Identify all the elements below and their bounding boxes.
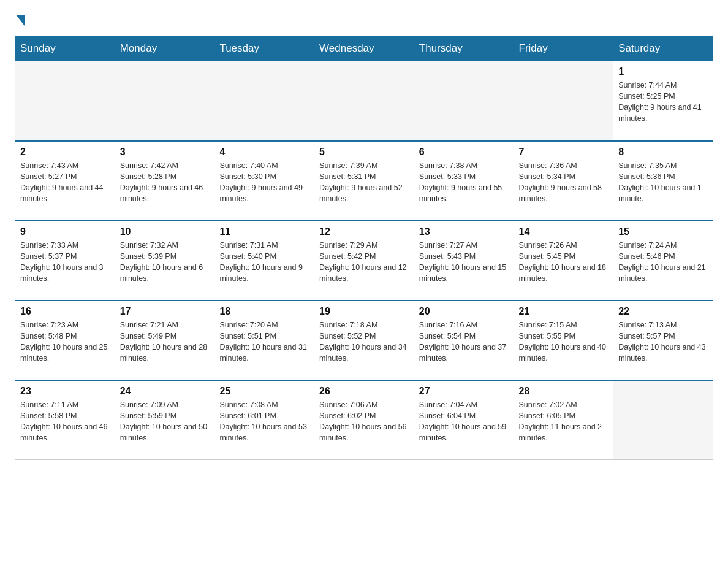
day-number: 6 bbox=[419, 147, 509, 158]
day-info: Sunrise: 7:15 AM Sunset: 5:55 PM Dayligh… bbox=[519, 320, 609, 364]
day-number: 4 bbox=[219, 147, 309, 158]
calendar-day-cell: 11Sunrise: 7:31 AM Sunset: 5:40 PM Dayli… bbox=[214, 221, 314, 301]
day-info: Sunrise: 7:26 AM Sunset: 5:45 PM Dayligh… bbox=[519, 240, 609, 285]
day-number: 16 bbox=[20, 306, 110, 317]
calendar-day-cell: 23Sunrise: 7:11 AM Sunset: 5:58 PM Dayli… bbox=[15, 380, 115, 460]
day-number: 19 bbox=[319, 306, 409, 317]
calendar-header-row: SundayMondayTuesdayWednesdayThursdayFrid… bbox=[15, 36, 713, 61]
day-info: Sunrise: 7:23 AM Sunset: 5:48 PM Dayligh… bbox=[20, 320, 110, 364]
day-number: 15 bbox=[618, 226, 708, 237]
calendar-day-cell: 22Sunrise: 7:13 AM Sunset: 5:57 PM Dayli… bbox=[613, 301, 713, 380]
day-info: Sunrise: 7:21 AM Sunset: 5:49 PM Dayligh… bbox=[120, 320, 210, 364]
day-info: Sunrise: 7:29 AM Sunset: 5:42 PM Dayligh… bbox=[319, 240, 409, 285]
day-number: 24 bbox=[120, 386, 210, 397]
calendar-day-cell: 16Sunrise: 7:23 AM Sunset: 5:48 PM Dayli… bbox=[15, 301, 115, 380]
day-info: Sunrise: 7:02 AM Sunset: 6:05 PM Dayligh… bbox=[519, 399, 609, 444]
day-info: Sunrise: 7:11 AM Sunset: 5:58 PM Dayligh… bbox=[20, 399, 110, 444]
calendar-week-row: 16Sunrise: 7:23 AM Sunset: 5:48 PM Dayli… bbox=[15, 301, 713, 380]
calendar-day-cell: 2Sunrise: 7:43 AM Sunset: 5:27 PM Daylig… bbox=[15, 141, 115, 221]
calendar-day-cell: 17Sunrise: 7:21 AM Sunset: 5:49 PM Dayli… bbox=[115, 301, 214, 380]
day-number: 22 bbox=[618, 306, 708, 317]
day-number: 12 bbox=[319, 226, 409, 237]
day-number: 7 bbox=[519, 147, 609, 158]
calendar-day-cell bbox=[115, 61, 214, 141]
calendar-day-cell: 10Sunrise: 7:32 AM Sunset: 5:39 PM Dayli… bbox=[115, 221, 214, 301]
calendar-day-cell: 1Sunrise: 7:44 AM Sunset: 5:25 PM Daylig… bbox=[613, 61, 713, 141]
day-info: Sunrise: 7:18 AM Sunset: 5:52 PM Dayligh… bbox=[319, 320, 409, 364]
calendar-week-row: 2Sunrise: 7:43 AM Sunset: 5:27 PM Daylig… bbox=[15, 141, 713, 221]
day-number: 9 bbox=[20, 226, 110, 237]
col-header-saturday: Saturday bbox=[613, 36, 713, 61]
calendar-day-cell: 14Sunrise: 7:26 AM Sunset: 5:45 PM Dayli… bbox=[514, 221, 613, 301]
logo-arrow-icon bbox=[16, 15, 25, 26]
calendar-day-cell: 7Sunrise: 7:36 AM Sunset: 5:34 PM Daylig… bbox=[514, 141, 613, 221]
calendar-day-cell: 12Sunrise: 7:29 AM Sunset: 5:42 PM Dayli… bbox=[314, 221, 414, 301]
day-info: Sunrise: 7:08 AM Sunset: 6:01 PM Dayligh… bbox=[219, 399, 309, 444]
day-info: Sunrise: 7:35 AM Sunset: 5:36 PM Dayligh… bbox=[618, 160, 708, 205]
day-number: 25 bbox=[219, 386, 309, 397]
day-number: 21 bbox=[519, 306, 609, 317]
day-number: 2 bbox=[20, 147, 110, 158]
col-header-monday: Monday bbox=[115, 36, 214, 61]
day-number: 23 bbox=[20, 386, 110, 397]
day-number: 1 bbox=[618, 66, 708, 77]
day-number: 17 bbox=[120, 306, 210, 317]
day-number: 27 bbox=[419, 386, 509, 397]
day-number: 18 bbox=[219, 306, 309, 317]
day-info: Sunrise: 7:32 AM Sunset: 5:39 PM Dayligh… bbox=[120, 240, 210, 285]
day-info: Sunrise: 7:09 AM Sunset: 5:59 PM Dayligh… bbox=[120, 399, 210, 444]
col-header-friday: Friday bbox=[514, 36, 613, 61]
calendar-day-cell: 26Sunrise: 7:06 AM Sunset: 6:02 PM Dayli… bbox=[314, 380, 414, 460]
calendar-day-cell: 21Sunrise: 7:15 AM Sunset: 5:55 PM Dayli… bbox=[514, 301, 613, 380]
day-number: 3 bbox=[120, 147, 210, 158]
day-info: Sunrise: 7:40 AM Sunset: 5:30 PM Dayligh… bbox=[219, 160, 309, 205]
calendar-day-cell: 13Sunrise: 7:27 AM Sunset: 5:43 PM Dayli… bbox=[414, 221, 514, 301]
day-number: 28 bbox=[519, 386, 609, 397]
calendar-day-cell: 8Sunrise: 7:35 AM Sunset: 5:36 PM Daylig… bbox=[613, 141, 713, 221]
calendar-day-cell: 9Sunrise: 7:33 AM Sunset: 5:37 PM Daylig… bbox=[15, 221, 115, 301]
day-info: Sunrise: 7:31 AM Sunset: 5:40 PM Dayligh… bbox=[219, 240, 309, 285]
day-info: Sunrise: 7:16 AM Sunset: 5:54 PM Dayligh… bbox=[419, 320, 509, 364]
calendar-day-cell: 25Sunrise: 7:08 AM Sunset: 6:01 PM Dayli… bbox=[214, 380, 314, 460]
day-number: 5 bbox=[319, 147, 409, 158]
day-info: Sunrise: 7:42 AM Sunset: 5:28 PM Dayligh… bbox=[120, 160, 210, 205]
day-number: 11 bbox=[219, 226, 309, 237]
calendar-week-row: 23Sunrise: 7:11 AM Sunset: 5:58 PM Dayli… bbox=[15, 380, 713, 460]
day-info: Sunrise: 7:38 AM Sunset: 5:33 PM Dayligh… bbox=[419, 160, 509, 205]
logo bbox=[15, 15, 26, 26]
calendar-day-cell: 6Sunrise: 7:38 AM Sunset: 5:33 PM Daylig… bbox=[414, 141, 514, 221]
day-info: Sunrise: 7:06 AM Sunset: 6:02 PM Dayligh… bbox=[319, 399, 409, 444]
calendar-day-cell: 27Sunrise: 7:04 AM Sunset: 6:04 PM Dayli… bbox=[414, 380, 514, 460]
day-number: 14 bbox=[519, 226, 609, 237]
col-header-wednesday: Wednesday bbox=[314, 36, 414, 61]
day-number: 13 bbox=[419, 226, 509, 237]
day-number: 20 bbox=[419, 306, 509, 317]
page-header bbox=[15, 15, 713, 26]
calendar-day-cell: 20Sunrise: 7:16 AM Sunset: 5:54 PM Dayli… bbox=[414, 301, 514, 380]
day-info: Sunrise: 7:43 AM Sunset: 5:27 PM Dayligh… bbox=[20, 160, 110, 205]
calendar-week-row: 1Sunrise: 7:44 AM Sunset: 5:25 PM Daylig… bbox=[15, 61, 713, 141]
day-info: Sunrise: 7:24 AM Sunset: 5:46 PM Dayligh… bbox=[618, 240, 708, 285]
day-number: 10 bbox=[120, 226, 210, 237]
calendar-day-cell: 24Sunrise: 7:09 AM Sunset: 5:59 PM Dayli… bbox=[115, 380, 214, 460]
calendar-week-row: 9Sunrise: 7:33 AM Sunset: 5:37 PM Daylig… bbox=[15, 221, 713, 301]
day-info: Sunrise: 7:04 AM Sunset: 6:04 PM Dayligh… bbox=[419, 399, 509, 444]
col-header-thursday: Thursday bbox=[414, 36, 514, 61]
calendar-day-cell: 28Sunrise: 7:02 AM Sunset: 6:05 PM Dayli… bbox=[514, 380, 613, 460]
calendar-day-cell: 15Sunrise: 7:24 AM Sunset: 5:46 PM Dayli… bbox=[613, 221, 713, 301]
calendar-day-cell bbox=[15, 61, 115, 141]
col-header-tuesday: Tuesday bbox=[214, 36, 314, 61]
day-info: Sunrise: 7:44 AM Sunset: 5:25 PM Dayligh… bbox=[618, 80, 708, 124]
calendar-day-cell: 18Sunrise: 7:20 AM Sunset: 5:51 PM Dayli… bbox=[214, 301, 314, 380]
calendar-day-cell bbox=[214, 61, 314, 141]
col-header-sunday: Sunday bbox=[15, 36, 115, 61]
day-number: 26 bbox=[319, 386, 409, 397]
calendar-day-cell: 4Sunrise: 7:40 AM Sunset: 5:30 PM Daylig… bbox=[214, 141, 314, 221]
calendar-day-cell bbox=[414, 61, 514, 141]
day-info: Sunrise: 7:39 AM Sunset: 5:31 PM Dayligh… bbox=[319, 160, 409, 205]
day-number: 8 bbox=[618, 147, 708, 158]
calendar-day-cell bbox=[613, 380, 713, 460]
day-info: Sunrise: 7:20 AM Sunset: 5:51 PM Dayligh… bbox=[219, 320, 309, 364]
calendar-table: SundayMondayTuesdayWednesdayThursdayFrid… bbox=[15, 36, 713, 460]
calendar-day-cell: 19Sunrise: 7:18 AM Sunset: 5:52 PM Dayli… bbox=[314, 301, 414, 380]
